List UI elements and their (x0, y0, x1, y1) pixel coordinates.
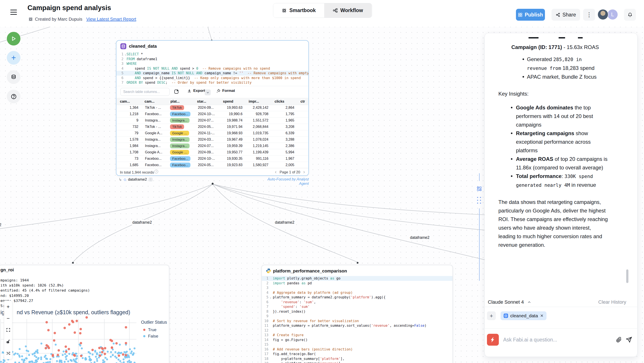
code-line[interactable]: 3 (262, 285, 452, 290)
tab-smartbook[interactable]: Smartbook (273, 3, 324, 18)
column-header[interactable]: ctr (297, 100, 308, 104)
code-line[interactable]: 5⌄platform_summary = dataframe2.groupby(… (262, 295, 452, 300)
code-line[interactable]: 13# Create figure (262, 333, 452, 337)
model-selector[interactable]: Claude Sonnet 4 (488, 299, 531, 305)
line-number: 4 (117, 66, 124, 71)
code-line[interactable]: 11platform_summary = platform_summary.so… (262, 323, 452, 328)
code-line[interactable]: 17fig.add_trace(go.Bar( (262, 351, 452, 356)
expand-table-icon[interactable] (174, 89, 179, 94)
line-number: 1 (117, 52, 124, 57)
send-button[interactable] (626, 337, 632, 343)
view-smart-report-link[interactable]: View Latest Smart Report (86, 17, 136, 22)
scatter-point (106, 358, 108, 360)
stats-line: ith ≥$10k spend: 1026 (52.8%) (0, 283, 64, 287)
column-header[interactable]: star... (194, 100, 220, 104)
chip-menu-icon[interactable]: ⋮ (149, 178, 153, 182)
code-line[interactable]: 3WHERE (116, 61, 308, 66)
share-button[interactable]: Share (552, 9, 580, 21)
table-cell: 1,578 (116, 138, 141, 142)
column-header[interactable]: clicks (271, 100, 297, 104)
code-line[interactable]: 6 AND spend > {{spend_limit}} -- Keep on… (116, 76, 308, 80)
autoscale-button[interactable] (4, 324, 12, 336)
attach-file-button[interactable] (616, 337, 622, 342)
chat-message-area[interactable]: Campaign (ID: 1771) - 15.63x ROASGenerat… (485, 33, 637, 296)
legend-item-true[interactable]: True (141, 327, 167, 332)
scatter-point (18, 362, 20, 363)
zoom-out-button[interactable]: − (4, 312, 12, 324)
code-line[interactable]: 6 'revenue': 'sum', (262, 300, 452, 304)
code-line[interactable]: 2import pandas as pd (262, 281, 452, 286)
table-row[interactable]: 79Google A...Google ...2024-11-...19,968… (116, 130, 308, 137)
column-header[interactable]: plat... (167, 100, 194, 104)
legend-item-false[interactable]: False (141, 334, 167, 339)
prev-page-button[interactable]: ‹ (275, 170, 276, 174)
node-cleaned-data[interactable]: cleaned_data 1⌄SELECT *2FROM dataframe13… (116, 40, 309, 176)
table-row[interactable]: 732TikTok - ...TikTok2024-05...19,971.94… (116, 124, 308, 130)
code-line[interactable]: 8}).reset_index() (262, 309, 452, 314)
context-chip-cleaned-data[interactable]: cleaned_data ✕ (500, 311, 546, 320)
node-campaign-roi[interactable]: gn_roi mpaigns: 1944ith ≥$10k spend: 102… (0, 265, 169, 363)
next-page-button[interactable]: › (303, 170, 305, 174)
table-row[interactable]: 1,708Google A...Google ...2024-09...19,9… (116, 149, 308, 156)
chat-scrollbar[interactable] (626, 269, 628, 283)
code-line[interactable]: 19 x=platform_summary['revenue'], (262, 361, 452, 363)
export-options-button[interactable] (205, 89, 211, 95)
code-line[interactable]: 14fig = go.Figure() (262, 337, 452, 342)
code-line[interactable]: 1import plotly.graph_objects as go (262, 276, 452, 281)
code-line[interactable]: 4# Aggregate data by platform (ad group) (262, 290, 452, 295)
code-line[interactable]: 15 (262, 342, 452, 347)
code-line[interactable]: 9 (262, 314, 452, 319)
column-header[interactable]: spend (220, 100, 245, 104)
avatar-user-photo[interactable] (598, 9, 608, 20)
code-line[interactable]: 16# Add revenue bars (positive direction… (262, 347, 452, 352)
drag-handle-icon[interactable] (477, 197, 481, 204)
column-header[interactable]: cam... (116, 100, 141, 104)
code-line[interactable]: 1⌄SELECT * (116, 52, 308, 57)
fold-caret-icon[interactable]: ⌄ (125, 52, 126, 57)
code-line[interactable]: 10# Sort by revenue for better visualiza… (262, 319, 452, 323)
table-row[interactable]: 1,578Instagra...Instagra...2024-03...19,… (116, 136, 308, 143)
menu-icon[interactable] (10, 10, 17, 15)
search-input[interactable] (120, 88, 170, 96)
node-platform-performance-comparison[interactable]: platform_performance_comparison 1import … (262, 265, 453, 363)
code-line[interactable]: 2FROM dataframe1 (116, 57, 308, 62)
code-line[interactable]: 4 spend IS NOT NULL AND spend > 0 -- Rem… (116, 66, 308, 71)
fold-caret-icon[interactable]: ⌄ (270, 295, 271, 300)
add-node-button[interactable]: + (7, 51, 20, 65)
tab-workflow[interactable]: Workflow (324, 3, 372, 18)
column-header[interactable]: cam... (141, 100, 167, 104)
more-options-button[interactable]: ⋮ (583, 9, 595, 21)
add-context-button[interactable]: + (487, 311, 496, 320)
zoom-in-button[interactable]: + (4, 301, 12, 312)
table-row[interactable]: 9Instagra...Instagra...2024-07...19,988.… (116, 117, 308, 124)
info-icon[interactable]: i (154, 170, 158, 173)
unlock-axes-button[interactable] (4, 336, 12, 347)
table-row[interactable]: 1,984Instagra...Instagra...2024-07...19,… (116, 143, 308, 149)
table-cell: 79 (116, 131, 141, 135)
table-row[interactable]: 73Faceboo...Faceboo...2024-10-...19,930.… (116, 155, 308, 162)
chart-legend[interactable]: Outlier Status True False (141, 320, 167, 340)
table-row[interactable]: 1,364TikTok - ...TikTok2024-09...19,993.… (116, 105, 308, 111)
smartbook-atom-icon[interactable] (476, 185, 483, 192)
help-button[interactable] (7, 90, 20, 103)
table-row[interactable]: 1,685Faceboo...Faceboo...2024-05...19,92… (116, 162, 308, 168)
remove-chip-icon[interactable]: ✕ (540, 313, 544, 318)
clear-history-button[interactable]: Clear History (598, 299, 626, 305)
shuffle-button[interactable] (4, 347, 12, 359)
code-line[interactable]: 7 'spend': 'sum' (262, 304, 452, 309)
table-row[interactable]: 1,218Faceboo...Faceboo...2024-10-...19,9… (116, 111, 308, 118)
code-line[interactable]: 12 (262, 328, 452, 333)
data-sources-button[interactable] (7, 70, 20, 84)
chat-input[interactable] (503, 337, 612, 343)
code-line[interactable]: 18 y=platform_summary['platform'], (262, 356, 452, 361)
format-button[interactable]: Format (216, 89, 235, 93)
avatar-user-l[interactable]: L (607, 9, 618, 20)
code-line[interactable]: 5 AND campaign_name IS NOT NULL AND camp… (116, 71, 308, 76)
run-workflow-button[interactable] (7, 32, 20, 46)
output-dataframe-chip[interactable]: ↳ ◇ dataframe2 ⋮ (118, 177, 153, 182)
code-line[interactable]: 7ORDER BY spend DESC; -- Order by spend … (116, 80, 308, 85)
publish-button[interactable]: Publish (516, 9, 545, 21)
notifications-button[interactable] (624, 9, 636, 21)
export-button[interactable]: Export (187, 89, 205, 93)
column-header[interactable]: impr... (245, 100, 271, 104)
